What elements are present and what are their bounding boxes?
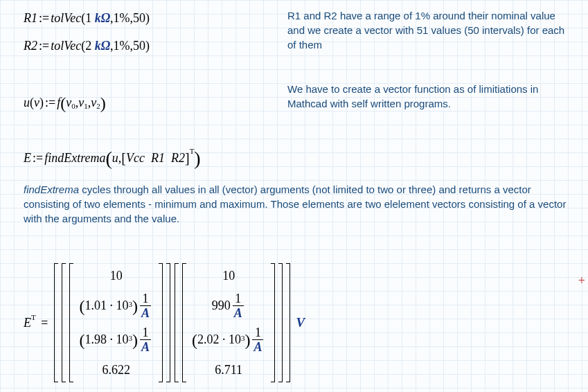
matrix-min: 10 (1.01 · 103) 1A (1.98 · 103) 1A 6.622 — [62, 263, 170, 382]
func-tolvec: tolVec — [51, 11, 81, 26]
max-vcc: 10 — [192, 266, 266, 285]
comment-tolerance: R1 and R2 have a range of 1% around thei… — [287, 8, 568, 52]
unit-kohm: kΩ — [95, 11, 110, 26]
max-r2: (2.02 · 103) 1A — [192, 326, 266, 353]
min-fvalue: 6.622 — [79, 360, 153, 380]
arg-r1: R1 — [151, 151, 165, 166]
var-u: u — [24, 96, 30, 110]
definition-r2: R2 := tolVec ( 2 kΩ , 1% , 50 ) — [24, 39, 150, 53]
var-r2: R2 — [24, 39, 37, 53]
paren-close: ) — [145, 11, 150, 26]
r2-value: 2 — [85, 39, 91, 53]
var-E: E — [24, 151, 31, 166]
r1-count: 50 — [133, 11, 145, 26]
min-vcc: 10 — [79, 266, 153, 285]
var-r1: R1 — [24, 11, 37, 26]
insertion-cursor-icon[interactable]: + — [578, 274, 585, 288]
definition-E: E := findExtrema ( u , [ Vcc R1 R2 ] T ) — [24, 147, 201, 169]
result-unit-V: V — [296, 315, 305, 330]
max-r1: 990 1A — [192, 292, 266, 319]
transpose-sup: T — [190, 147, 195, 155]
comment-findextrema: findExtrema cycles through all values in… — [24, 182, 578, 226]
comment-vector-function: We have to create a vector function as o… — [287, 82, 568, 111]
max-fvalue: 6.711 — [192, 360, 266, 380]
min-r2: (1.98 · 103) 1A — [79, 326, 153, 353]
r1-tolerance: 1% — [114, 11, 130, 26]
definition-u: u ( v ) := f ( v0 , v1 , v2 ) — [24, 93, 106, 112]
min-r1: (1.01 · 103) 1A — [79, 292, 153, 319]
definition-r1: R1 := tolVec ( 1 kΩ , 1% , 50 ) — [24, 11, 150, 26]
assign-op: := — [37, 11, 51, 26]
r1-value: 1 — [85, 11, 91, 26]
matrix-outer: 10 (1.01 · 103) 1A (1.98 · 103) 1A 6.622 — [54, 263, 290, 382]
result-ET: ET = 10 (1.01 · 103) 1A (1.98 · 103) 1A — [24, 263, 305, 382]
matrix-max: 10 990 1A (2.02 · 103) 1A 6.711 — [175, 263, 283, 382]
arg-vcc: Vcc — [126, 151, 145, 166]
func-findextrema: findExtrema — [44, 151, 105, 166]
arg-r2: R2 — [171, 151, 185, 166]
